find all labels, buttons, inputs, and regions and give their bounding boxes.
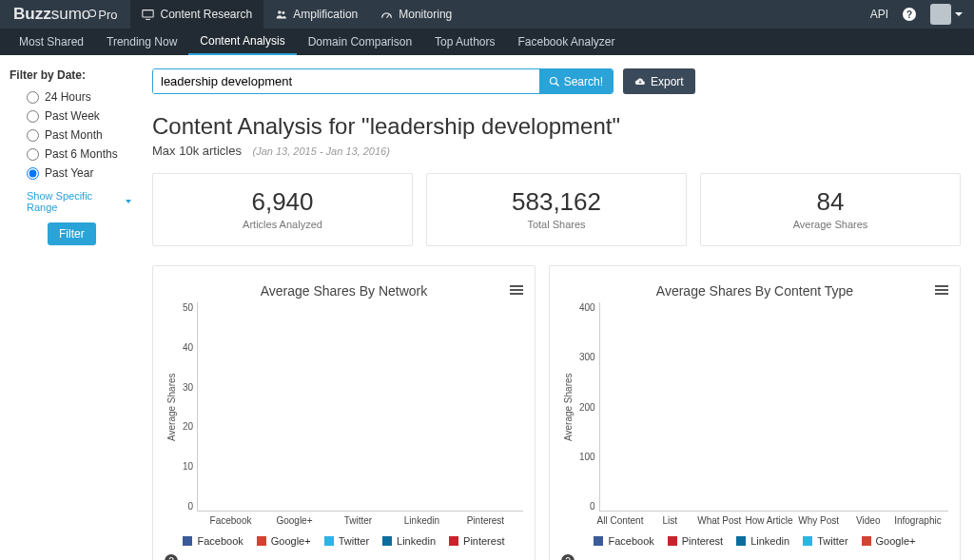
plot-area xyxy=(599,302,948,512)
topnav-label: Content Research xyxy=(160,8,252,21)
monitor-icon xyxy=(142,9,154,21)
svg-rect-0 xyxy=(143,10,153,16)
search-icon xyxy=(549,76,560,87)
legend-item[interactable]: Google+ xyxy=(257,535,311,547)
people-icon xyxy=(275,9,287,21)
svg-line-4 xyxy=(387,14,389,17)
chevron-down-icon xyxy=(126,200,131,203)
stats-row: 6,940 Articles Analyzed 583,162 Total Sh… xyxy=(152,173,961,246)
subnav-domain-comparison[interactable]: Domain Comparison xyxy=(297,29,423,55)
chevron-down-icon xyxy=(955,12,963,16)
search-row: Search! Export xyxy=(152,68,961,94)
user-menu[interactable] xyxy=(930,4,963,25)
x-axis-categories: All ContentListWhat PostHow ArticleWhy P… xyxy=(590,512,948,526)
export-button[interactable]: Export xyxy=(623,68,695,94)
svg-line-8 xyxy=(555,83,558,86)
chart-network: Average Shares By Network Average Shares… xyxy=(152,265,536,560)
legend-item[interactable]: Pinterest xyxy=(668,535,723,547)
cloud-download-icon xyxy=(634,76,646,87)
svg-point-7 xyxy=(550,77,556,84)
filter-title: Filter by Date: xyxy=(10,68,131,82)
date-filter-option[interactable]: 24 Hours xyxy=(10,87,131,106)
svg-point-2 xyxy=(278,10,282,14)
search-input[interactable] xyxy=(153,69,539,93)
logo[interactable]: BuzzsumoPro xyxy=(0,5,130,24)
topnav-amplification[interactable]: Amplification xyxy=(263,0,369,29)
chart-help-icon[interactable]: ? xyxy=(165,554,178,560)
charts-row: Average Shares By Network Average Shares… xyxy=(152,265,961,560)
subnav-facebook-analyzer[interactable]: Facebook Analyzer xyxy=(506,29,626,55)
topnav-content-research[interactable]: Content Research xyxy=(130,0,263,29)
chart-plot: Average Shares 50403020100 xyxy=(165,302,523,512)
search-button[interactable]: Search! xyxy=(539,69,613,93)
date-filter-option[interactable]: Past Week xyxy=(10,106,131,126)
filter-button[interactable]: Filter xyxy=(48,222,96,245)
legend-item[interactable]: Pinterest xyxy=(449,535,504,547)
stat-avg-shares: 84 Average Shares xyxy=(700,173,961,246)
svg-text:?: ? xyxy=(906,10,912,20)
subnav-trending-now[interactable]: Trending Now xyxy=(95,29,188,55)
topnav-monitoring[interactable]: Monitoring xyxy=(369,0,463,29)
stat-articles: 6,940 Articles Analyzed xyxy=(152,173,413,246)
y-axis-label: Average Shares xyxy=(165,302,179,512)
subnav: Most Shared Trending Now Content Analysi… xyxy=(0,29,974,55)
help-icon[interactable]: ? xyxy=(902,7,917,22)
date-range: (Jan 13, 2015 - Jan 13, 2016) xyxy=(253,145,390,157)
sidebar: Filter by Date: 24 HoursPast WeekPast Mo… xyxy=(0,55,141,560)
topnav-label: Monitoring xyxy=(399,8,452,21)
topbar: BuzzsumoPro Content Research Amplificati… xyxy=(0,0,974,29)
page-subtitle: Max 10k articles (Jan 13, 2015 - Jan 13,… xyxy=(152,144,961,158)
search-wrap: Search! xyxy=(152,68,614,94)
avatar xyxy=(930,4,951,25)
legend-item[interactable]: Twitter xyxy=(324,535,369,547)
topnav-label: Amplification xyxy=(293,8,358,21)
subnav-top-authors[interactable]: Top Authors xyxy=(423,29,506,55)
legend-item[interactable]: Facebook xyxy=(183,535,243,547)
chart-plot: Average Shares 4003002001000 xyxy=(561,302,948,512)
main-content: Search! Export Content Analysis for "lea… xyxy=(141,55,974,560)
chart-title: Average Shares By Network xyxy=(165,283,523,299)
chart-content-type: Average Shares By Content Type Average S… xyxy=(549,265,961,560)
legend-item[interactable]: Linkedin xyxy=(736,535,789,547)
svg-point-3 xyxy=(282,11,285,14)
date-filter-option[interactable]: Past Year xyxy=(10,164,131,183)
logo-icon xyxy=(88,10,96,17)
plot-area xyxy=(197,302,523,512)
chart-menu-icon[interactable] xyxy=(935,283,948,297)
y-axis-label: Average Shares xyxy=(561,302,575,512)
legend-item[interactable]: Google+ xyxy=(862,535,916,547)
subnav-most-shared[interactable]: Most Shared xyxy=(8,29,95,55)
stat-total-shares: 583,162 Total Shares xyxy=(426,173,687,246)
legend-item[interactable]: Linkedin xyxy=(382,535,436,547)
legend-item[interactable]: Facebook xyxy=(594,535,653,547)
y-axis: 4003002001000 xyxy=(575,302,599,512)
dashboard-icon xyxy=(380,9,393,21)
show-specific-range[interactable]: Show Specific Range xyxy=(10,183,131,222)
chart-menu-icon[interactable] xyxy=(510,283,523,297)
chart-legend: FacebookPinterestLinkedinTwitterGoogle+ xyxy=(561,526,948,549)
subnav-content-analysis[interactable]: Content Analysis xyxy=(188,29,296,55)
date-filter-option[interactable]: Past Month xyxy=(10,126,131,145)
legend-item[interactable]: Twitter xyxy=(803,535,847,547)
chart-title: Average Shares By Content Type xyxy=(561,283,948,299)
y-axis: 50403020100 xyxy=(179,302,197,512)
page-title: Content Analysis for "leadership develop… xyxy=(152,113,961,140)
chart-help-icon[interactable]: ? xyxy=(561,554,575,560)
x-axis-categories: FacebookGoogle+TwitterLinkedinPinterest xyxy=(193,512,523,526)
date-filter-option[interactable]: Past 6 Months xyxy=(10,145,131,164)
topnav: Content Research Amplification Monitorin… xyxy=(130,0,463,29)
topbar-right: API ? xyxy=(870,4,974,25)
api-link[interactable]: API xyxy=(870,8,888,21)
chart-legend: FacebookGoogle+TwitterLinkedinPinterest xyxy=(165,526,523,549)
